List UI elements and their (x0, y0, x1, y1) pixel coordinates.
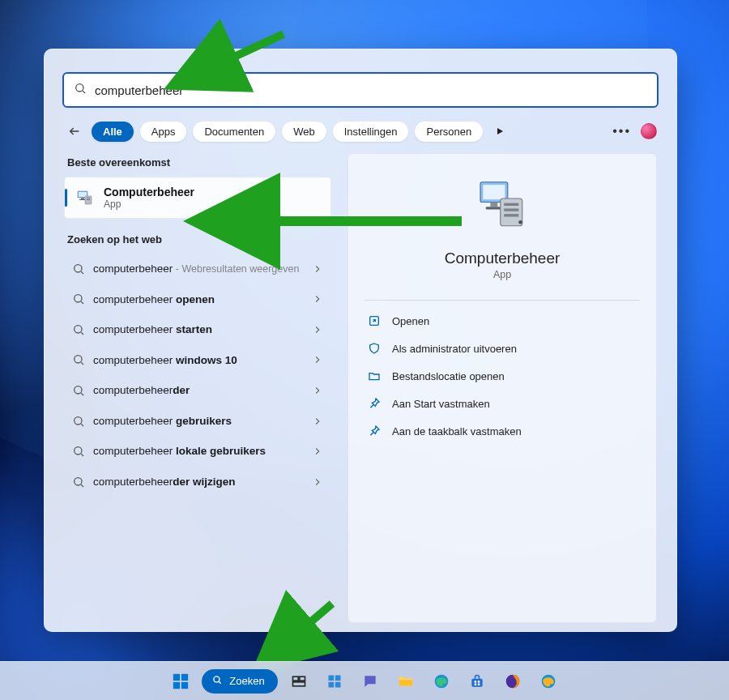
svg-rect-6 (81, 198, 84, 199)
best-match-result[interactable]: Computerbeheer App (64, 177, 331, 219)
user-avatar[interactable] (641, 123, 657, 139)
svg-rect-60 (478, 681, 480, 683)
preview-action[interactable]: Bestandslocatie openen (364, 362, 640, 390)
svg-rect-59 (474, 681, 476, 683)
svg-point-25 (75, 477, 82, 484)
svg-rect-50 (300, 677, 305, 681)
filter-tab-web[interactable]: Web (282, 122, 326, 142)
widgets-button[interactable] (320, 667, 349, 696)
preview-action-label: Aan de taakbalk vastmaken (392, 425, 522, 438)
svg-rect-56 (399, 680, 412, 685)
svg-rect-46 (181, 681, 188, 688)
taskbar-search-button[interactable]: Zoeken (202, 669, 277, 694)
preview-action[interactable]: Aan Start vastmaken (364, 390, 640, 417)
web-suggestion-text: computerbeheer windows 10 (93, 353, 304, 368)
svg-rect-61 (474, 683, 476, 685)
web-suggestion[interactable]: computerbeheer - Webresultaten weergeven (64, 254, 331, 284)
search-input[interactable] (95, 83, 647, 97)
svg-line-14 (81, 301, 83, 304)
filter-tab-apps[interactable]: Apps (140, 122, 187, 142)
start-button[interactable] (166, 667, 195, 696)
best-match-header: Beste overeenkomst (67, 156, 331, 169)
best-match-title: Computerbeheer (104, 186, 194, 198)
web-suggestion[interactable]: computerbeheerder wijzigen (64, 467, 331, 497)
store-button[interactable] (463, 667, 492, 696)
edge-canary-button[interactable] (534, 667, 563, 696)
edge-button[interactable] (427, 667, 456, 696)
web-suggestion[interactable]: computerbeheer lokale gebruikers (64, 436, 331, 467)
web-suggestion-text: computerbeheer lokale gebruikers (93, 444, 304, 459)
firefox-button[interactable] (498, 667, 527, 696)
svg-rect-9 (87, 198, 90, 198)
svg-line-16 (81, 332, 83, 335)
filter-tab-alle[interactable]: Alle (92, 122, 134, 142)
chat-button[interactable] (356, 667, 385, 696)
web-suggestion-text: computerbeheer starten (93, 322, 304, 337)
more-filters-button[interactable] (489, 121, 510, 142)
svg-rect-10 (87, 199, 90, 200)
svg-point-19 (75, 386, 82, 394)
preview-action[interactable]: Als administrator uitvoeren (364, 335, 640, 362)
web-suggestion[interactable]: computerbeheer gebruikers (64, 406, 331, 437)
filter-tab-instellingen[interactable]: Instellingen (333, 122, 409, 142)
results-column: Beste overeenkomst Computerbeheer (64, 153, 331, 623)
best-match-subtitle: App (104, 198, 194, 210)
svg-rect-29 (490, 203, 497, 207)
svg-rect-53 (335, 675, 341, 681)
web-suggestion-text: computerbeheer - Webresultaten weergeven (93, 262, 304, 276)
web-suggestion[interactable]: computerbeheer openen (64, 284, 331, 315)
svg-point-21 (75, 416, 82, 424)
svg-rect-28 (483, 185, 505, 199)
svg-line-26 (81, 484, 83, 487)
taskbar-search-label: Zoeken (229, 675, 264, 687)
preview-subtitle: App (364, 269, 640, 280)
svg-point-35 (518, 220, 522, 224)
search-icon (211, 674, 223, 688)
web-suggestion-text: computerbeheer openen (93, 292, 304, 307)
filter-tab-documenten[interactable]: Documenten (193, 122, 275, 142)
filter-tab-personen[interactable]: Personen (415, 122, 483, 142)
web-suggestion[interactable]: computerbeheer windows 10 (64, 345, 331, 376)
file-explorer-button[interactable] (391, 667, 420, 696)
preview-action[interactable]: Openen (364, 307, 640, 335)
svg-line-22 (81, 424, 83, 426)
svg-marker-3 (497, 128, 503, 134)
svg-point-17 (75, 356, 82, 363)
search-bar[interactable] (62, 72, 659, 108)
svg-rect-49 (292, 677, 298, 681)
svg-point-0 (76, 84, 83, 92)
svg-line-48 (219, 681, 221, 684)
task-view-button[interactable] (284, 667, 313, 696)
svg-point-15 (75, 326, 82, 333)
svg-rect-62 (478, 683, 480, 685)
preview-action[interactable]: Aan de taakbalk vastmaken (364, 417, 640, 445)
web-suggestion[interactable]: computerbeheerder (64, 375, 331, 406)
filter-tabs-row: AlleAppsDocumentenWebInstellingenPersone… (45, 108, 676, 153)
web-suggestion-text: computerbeheerder (93, 383, 304, 398)
svg-rect-45 (173, 681, 180, 688)
preview-action-label: Bestandslocatie openen (392, 370, 505, 382)
start-search-window: AlleAppsDocumentenWebInstellingenPersone… (44, 49, 677, 632)
svg-rect-32 (504, 203, 518, 206)
preview-app-icon (473, 177, 531, 238)
svg-rect-58 (471, 678, 482, 686)
preview-action-label: Aan Start vastmaken (392, 398, 490, 410)
svg-point-13 (75, 295, 82, 302)
web-suggestion-text: computerbeheerder wijzigen (93, 475, 304, 489)
preview-action-label: Openen (392, 315, 429, 327)
web-suggestion-text: computerbeheer gebruikers (93, 414, 304, 429)
svg-rect-34 (504, 214, 518, 216)
web-suggestion[interactable]: computerbeheer starten (64, 314, 331, 345)
svg-line-20 (81, 393, 83, 395)
svg-rect-52 (328, 675, 334, 681)
web-results-header: Zoeken op het web (67, 233, 331, 245)
options-button[interactable]: ••• (609, 124, 634, 139)
svg-rect-54 (328, 681, 334, 687)
back-button[interactable] (64, 121, 85, 142)
svg-line-24 (81, 454, 83, 456)
svg-rect-33 (504, 208, 518, 211)
preview-action-label: Als administrator uitvoeren (392, 343, 517, 355)
preview-title: Computerbeheer (364, 250, 640, 267)
divider (364, 300, 640, 301)
svg-rect-44 (181, 673, 188, 680)
